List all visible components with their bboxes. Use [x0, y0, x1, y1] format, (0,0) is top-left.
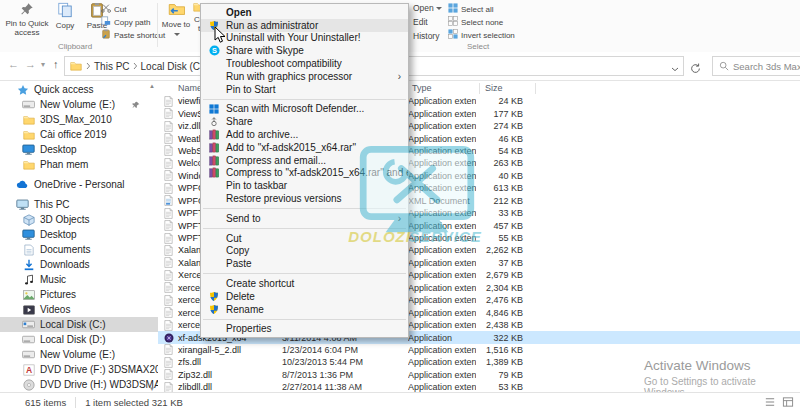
- menu-item-label: Compress to "xf-adsk2015_x64.rar" and em…: [226, 167, 408, 178]
- sidebar-item-music[interactable]: Music: [0, 272, 158, 287]
- menu-item-properties[interactable]: Properties: [201, 323, 408, 336]
- sidebar-item-dvd-drive-f-3dsmax2010[interactable]: ADVD Drive (F:) 3DSMAX2010: [0, 362, 158, 377]
- menu-item-delete[interactable]: Delete: [201, 290, 408, 303]
- back-button[interactable]: ←: [8, 58, 19, 70]
- menu-item-copy[interactable]: Copy: [201, 245, 408, 258]
- cut-button[interactable]: Cut: [101, 3, 126, 15]
- file-size: 54 KB: [476, 146, 523, 156]
- file-size: 274 KB: [476, 121, 523, 131]
- menu-item-pin-to-taskbar[interactable]: Pin to taskbar: [201, 179, 408, 192]
- menu-item-label: Open: [226, 7, 252, 18]
- file-size: 2,304 KB: [476, 283, 523, 293]
- sidebar-item-documents[interactable]: Documents: [0, 242, 158, 257]
- breadcrumb-item-local-disk-c[interactable]: Local Disk (C:): [139, 61, 209, 72]
- invert-selection-button[interactable]: Invert selection: [448, 29, 515, 41]
- dll-file-icon: [163, 145, 174, 156]
- menu-item-cut[interactable]: Cut: [201, 232, 408, 245]
- menu-item-uninstall-with-your-uninstaller[interactable]: Uninstall with Your Uninstaller!: [201, 32, 408, 45]
- sidebar-scrollbar[interactable]: ▲ ▼: [148, 82, 158, 393]
- open-button[interactable]: Open: [413, 3, 442, 13]
- details-view-button[interactable]: [764, 396, 776, 410]
- scroll-up-icon[interactable]: ▲: [149, 83, 155, 89]
- menu-item-add-to-xf-adsk2015-x64-rar[interactable]: Add to "xf-adsk2015_x64.rar": [201, 141, 408, 154]
- menu-separator: [203, 319, 406, 320]
- move-to-label: Move to: [161, 20, 191, 38]
- sidebar-item-videos[interactable]: Videos: [0, 302, 158, 317]
- select-none-icon: [448, 16, 458, 28]
- forward-button[interactable]: →: [25, 58, 36, 70]
- sidebar-item-label: 3D Objects: [40, 214, 89, 225]
- sidebar-item-local-disk-d[interactable]: Local Disk (D:): [0, 332, 158, 347]
- menu-item-create-shortcut[interactable]: Create shortcut: [201, 277, 408, 290]
- menu-item-compress-to-xf-adsk2015-x64-rar-and-email[interactable]: Compress to "xf-adsk2015_x64.rar" and em…: [201, 167, 408, 180]
- file-size: 457 KB: [476, 221, 523, 231]
- sidebar-item-onedrive-personal[interactable]: OneDrive - Personal: [0, 177, 158, 192]
- menu-item-pin-to-start[interactable]: Pin to Start: [201, 83, 408, 96]
- file-name: zlibdll.dll: [174, 382, 282, 392]
- sidebar-item-desktop[interactable]: Desktop: [0, 227, 158, 242]
- copy-button[interactable]: Copy: [48, 2, 82, 30]
- menu-item-troubleshoot-compatibility[interactable]: Troubleshoot compatibility: [201, 57, 408, 70]
- menu-item-run-as-administrator[interactable]: Run as administrator: [201, 19, 408, 32]
- pin-to-quick-access-label: Pin to Quick access: [5, 19, 49, 37]
- file-size: 46 KB: [476, 134, 523, 144]
- sidebar-item-label: Cài office 2019: [40, 129, 107, 140]
- menu-item-paste[interactable]: Paste: [201, 257, 408, 270]
- copy-path-button[interactable]: Copy path: [101, 16, 150, 28]
- sidebar-item-quick-access[interactable]: Quick access: [0, 82, 158, 97]
- up-button[interactable]: ↑: [53, 58, 59, 70]
- move-to-button[interactable]: Move to: [160, 2, 192, 39]
- menu-item-send-to[interactable]: Send to›: [201, 212, 408, 225]
- menu-item-open[interactable]: Open: [201, 6, 408, 19]
- defender-icon: [206, 104, 222, 114]
- menu-item-share-with-skype[interactable]: SShare with Skype: [201, 44, 408, 57]
- thumbnail-view-button[interactable]: [782, 396, 794, 410]
- sidebar-item-new-volume-e[interactable]: New Volume (E:): [0, 97, 158, 112]
- sidebar-item-label: DVD Drive (F:) 3DSMAX2010: [40, 364, 158, 375]
- menu-item-scan-with-microsoft-defender[interactable]: Scan with Microsoft Defender...: [201, 103, 408, 116]
- file-type: Application exten...: [408, 171, 476, 181]
- file-date-modified: 10/23/2013 5:44 PM: [282, 357, 408, 367]
- breadcrumb-item-this-pc[interactable]: This PC: [92, 61, 132, 72]
- cloud-icon: [16, 180, 29, 189]
- menu-item-share[interactable]: Share: [201, 115, 408, 128]
- menu-item-rename[interactable]: Rename: [201, 303, 408, 316]
- select-none-button[interactable]: Select none: [448, 16, 503, 28]
- sidebar-item-dvd-drive-h-wd3dsmax[interactable]: DVD Drive (H:) WD3DSMAX: [0, 377, 158, 392]
- search-input[interactable]: Search 3ds Max 201: [712, 56, 800, 76]
- file-type: Application exten...: [408, 109, 476, 119]
- sidebar-item-desktop[interactable]: Desktop: [0, 142, 158, 157]
- chevron-down-icon[interactable]: [671, 63, 679, 74]
- select-group-label: Select: [428, 42, 528, 51]
- menu-item-add-to-archive[interactable]: Add to archive...: [201, 128, 408, 141]
- sidebar-item-new-volume-e[interactable]: New Volume (E:): [0, 347, 158, 362]
- sidebar-item-phan-mem[interactable]: Phan mem: [0, 157, 158, 172]
- file-row-xirangall-5-2-dll[interactable]: xirangall-5_2.dll1/23/2014 6:04 PMApplic…: [158, 344, 800, 356]
- refresh-icon[interactable]: [690, 60, 701, 78]
- select-all-button[interactable]: Select all: [448, 3, 493, 15]
- shield-icon: [206, 291, 222, 302]
- sidebar-item-3ds-max-2010[interactable]: 3DS_Max_2010: [0, 112, 158, 127]
- sidebar-item-downloads[interactable]: Downloads: [0, 257, 158, 272]
- sidebar-item-label: Local Disk (D:): [40, 334, 106, 345]
- sidebar-item-label: OneDrive - Personal: [34, 179, 125, 190]
- menu-item-restore-previous-versions[interactable]: Restore previous versions: [201, 192, 408, 205]
- sidebar-item-pictures[interactable]: Pictures: [0, 287, 158, 302]
- sidebar-item-3d-objects[interactable]: 3D Objects: [0, 212, 158, 227]
- column-header-type[interactable]: Type: [412, 83, 432, 93]
- recent-locations-chevron-icon[interactable]: ▾: [41, 60, 45, 69]
- pin-to-quick-access-button[interactable]: Pin to Quick access: [5, 2, 49, 38]
- file-size: 322 KB: [476, 333, 523, 343]
- sidebar-item-label: New Volume (E:): [40, 349, 115, 360]
- menu-item-compress-and-email[interactable]: Compress and email...: [201, 154, 408, 167]
- menu-item-run-with-graphics-processor[interactable]: Run with graphics processor›: [201, 70, 408, 83]
- edit-button[interactable]: Edit: [413, 17, 428, 27]
- sidebar-item-local-disk-c[interactable]: Local Disk (C:): [0, 317, 158, 332]
- paste-shortcut-button[interactable]: Paste shortcut: [101, 29, 165, 41]
- column-header-name[interactable]: Name: [178, 83, 202, 93]
- history-button[interactable]: History: [413, 31, 439, 41]
- column-header-size[interactable]: Size: [485, 83, 503, 93]
- sidebar-item-c-i-office-2019[interactable]: Cài office 2019: [0, 127, 158, 142]
- sidebar-item-this-pc[interactable]: This PC: [0, 197, 158, 212]
- file-date-modified: 2/27/2014 11:38 AM: [282, 382, 408, 392]
